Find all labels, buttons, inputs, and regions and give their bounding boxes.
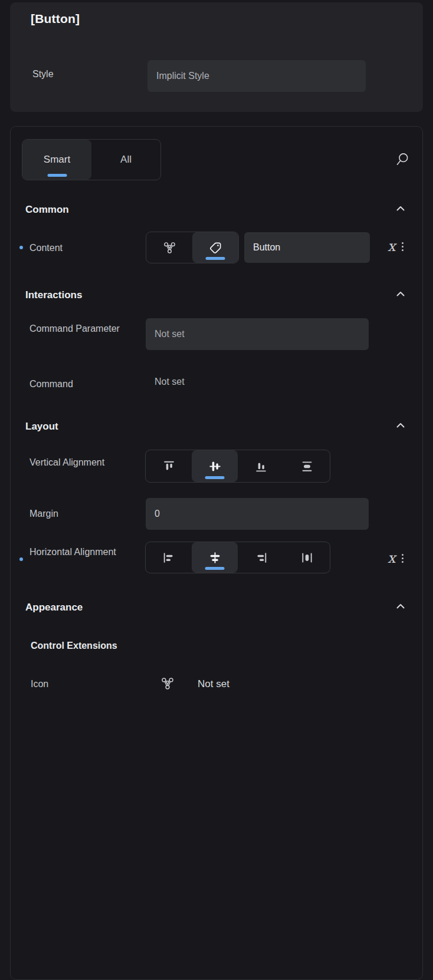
tab-all[interactable]: All xyxy=(91,140,160,180)
halign-stretch-button[interactable] xyxy=(284,542,330,573)
command-parameter-label: Command Parameter xyxy=(29,321,124,336)
content-modified-dot xyxy=(19,246,23,249)
selected-element-title: [Button] xyxy=(31,12,80,26)
content-bind-resource-button[interactable] xyxy=(146,232,192,263)
data-binding-icon xyxy=(162,240,177,255)
content-value-input[interactable] xyxy=(244,232,370,263)
halign-left-button[interactable] xyxy=(146,542,192,573)
tab-all-label: All xyxy=(120,154,132,166)
content-source-toggle xyxy=(146,232,239,263)
content-more-options-button[interactable] xyxy=(402,242,404,251)
halign-center-button[interactable] xyxy=(192,542,238,573)
horizontal-alignment-label: Horizontal Alignment xyxy=(29,544,124,560)
align-right-icon xyxy=(254,550,268,565)
align-bottom-icon xyxy=(254,459,268,474)
horizontal-alignment-modified-dot xyxy=(19,557,23,561)
horizontal-alignment-extra-actions: x xyxy=(388,551,404,565)
segment-selected-indicator xyxy=(205,476,225,479)
tab-smart[interactable]: Smart xyxy=(22,140,91,180)
collapse-common-button[interactable] xyxy=(394,202,407,215)
content-literal-value-button[interactable] xyxy=(192,232,238,263)
margin-input[interactable] xyxy=(146,498,369,530)
properties-panel: [Button] Style Smart All Common xyxy=(0,0,433,980)
chevron-up-icon xyxy=(394,600,407,613)
collapse-interactions-button[interactable] xyxy=(394,288,407,301)
halign-more-options-button[interactable] xyxy=(402,554,404,563)
stretch-horizontal-icon xyxy=(300,550,314,565)
segment-selected-indicator xyxy=(205,567,225,570)
collapse-layout-button[interactable] xyxy=(394,419,407,432)
properties-tab-group: Smart All xyxy=(22,139,161,180)
halign-right-button[interactable] xyxy=(238,542,284,573)
stretch-vertical-icon xyxy=(300,459,314,474)
valign-center-button[interactable] xyxy=(192,450,238,482)
tab-selected-indicator xyxy=(47,174,67,177)
markup-extension-icon: x xyxy=(388,238,396,255)
icon-bind-resource-button[interactable] xyxy=(160,676,175,691)
collapse-appearance-button[interactable] xyxy=(394,600,407,613)
ellipsis-icon xyxy=(402,242,404,244)
segment-selected-indicator xyxy=(206,257,225,260)
align-horizontal-center-icon xyxy=(208,550,222,565)
align-top-icon xyxy=(162,459,176,474)
data-binding-icon xyxy=(160,676,175,691)
vertical-alignment-label: Vertical Alignment xyxy=(29,454,124,470)
tab-smart-label: Smart xyxy=(44,154,70,166)
command-label: Command xyxy=(29,376,124,392)
markup-extension-icon: x xyxy=(388,550,396,566)
section-title-layout: Layout xyxy=(25,421,58,433)
icon-label: Icon xyxy=(31,676,125,692)
chevron-up-icon xyxy=(394,288,407,301)
control-extensions-title: Control Extensions xyxy=(31,641,117,651)
style-label: Style xyxy=(32,69,54,80)
properties-card: Smart All Common Content xyxy=(10,126,423,980)
selection-header-card: [Button] Style xyxy=(10,2,423,112)
search-button[interactable] xyxy=(393,151,411,168)
ellipsis-icon xyxy=(402,554,404,556)
vertical-alignment-toggle xyxy=(145,450,330,483)
valign-bottom-button[interactable] xyxy=(238,450,284,482)
align-vertical-center-icon xyxy=(208,459,222,474)
margin-label: Margin xyxy=(29,506,124,522)
content-markup-extension-button[interactable]: x xyxy=(388,239,396,253)
tag-icon xyxy=(208,240,223,255)
section-title-common: Common xyxy=(25,204,69,216)
chevron-up-icon xyxy=(394,202,407,215)
section-title-appearance: Appearance xyxy=(25,602,83,613)
align-left-icon xyxy=(162,550,176,565)
chevron-up-icon xyxy=(394,419,407,432)
icon-value[interactable]: Not set xyxy=(198,678,229,690)
section-title-interactions: Interactions xyxy=(25,289,82,301)
command-value[interactable]: Not set xyxy=(155,377,185,387)
search-icon xyxy=(393,151,411,168)
command-parameter-input[interactable] xyxy=(146,318,369,350)
valign-stretch-button[interactable] xyxy=(284,450,330,482)
style-input[interactable] xyxy=(147,60,366,92)
content-label: Content xyxy=(29,240,124,256)
horizontal-alignment-toggle xyxy=(145,542,330,573)
content-extra-actions: x xyxy=(388,239,404,253)
halign-markup-extension-button[interactable]: x xyxy=(388,551,396,565)
valign-top-button[interactable] xyxy=(146,450,192,482)
